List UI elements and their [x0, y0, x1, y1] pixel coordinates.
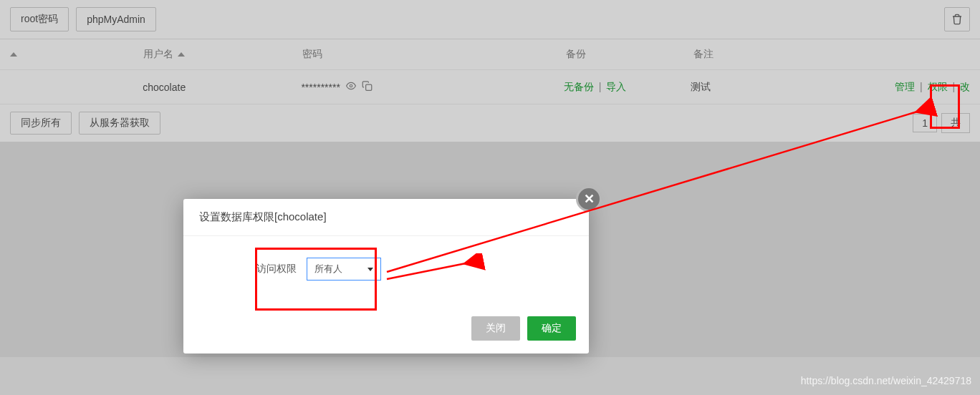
access-permission-select[interactable]: 所有人 [307, 258, 381, 281]
permission-modal: ✕ 设置数据库权限[chocolate] 访问权限 所有人 关闭 确定 [183, 199, 589, 353]
select-value: 所有人 [314, 263, 342, 275]
confirm-button[interactable]: 确定 [527, 316, 576, 341]
modal-title: 设置数据库权限[chocolate] [183, 199, 589, 236]
modal-close-button[interactable]: ✕ [576, 186, 602, 212]
close-icon: ✕ [584, 191, 595, 207]
close-button[interactable]: 关闭 [471, 316, 520, 341]
access-permission-label: 访问权限 [256, 263, 297, 275]
watermark-text: https://blog.csdn.net/weixin_42429718 [801, 375, 971, 386]
chevron-down-icon [368, 268, 373, 271]
